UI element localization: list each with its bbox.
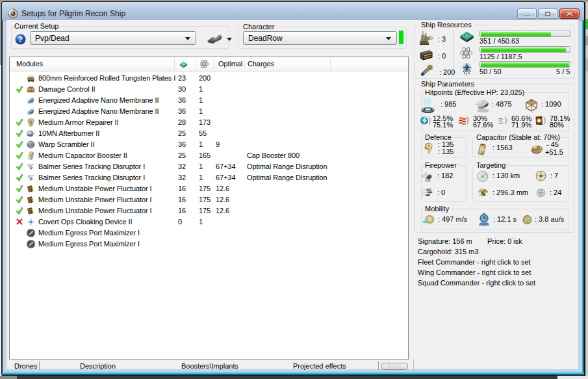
svg-text:?: ? xyxy=(18,35,23,44)
